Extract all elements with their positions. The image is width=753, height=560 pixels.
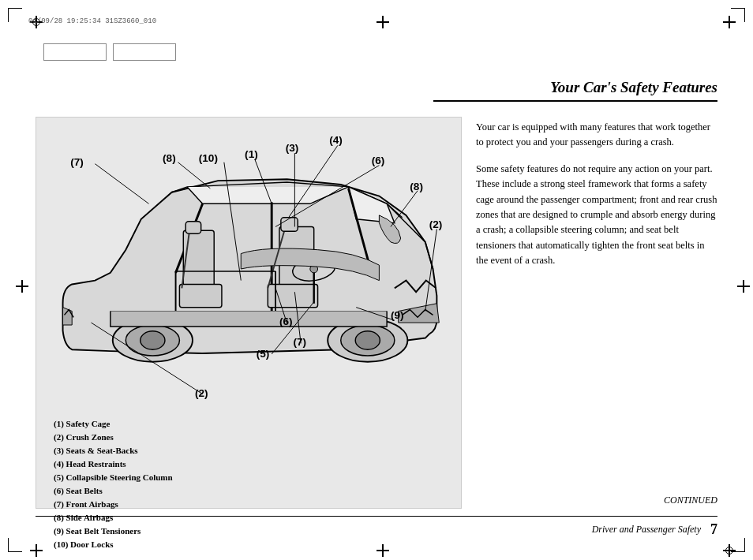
legend-item-3: (3) Seats & Seat-Backs — [54, 444, 451, 457]
header-boxes — [43, 43, 176, 61]
footer-section-text: Driver and Passenger Safety — [592, 524, 701, 536]
svg-rect-12 — [179, 284, 222, 307]
svg-text:(8): (8) — [163, 152, 176, 164]
page-title: Your Car's Safety Features — [433, 79, 717, 102]
body-paragraph-2: Some safety features do not require any … — [476, 162, 717, 269]
header-box-2 — [113, 43, 176, 61]
svg-text:(7): (7) — [293, 336, 306, 348]
corner-mark-bl — [8, 538, 22, 552]
svg-text:(3): (3) — [286, 142, 299, 154]
svg-line-24 — [95, 164, 148, 204]
continued-label: CONTINUED — [664, 495, 717, 506]
legend-item-7: (7) Front Airbags — [54, 498, 451, 511]
svg-text:(7): (7) — [70, 156, 84, 168]
svg-point-2 — [355, 331, 380, 349]
svg-text:(8): (8) — [410, 181, 423, 192]
text-column: Your car is equipped with many features … — [476, 117, 717, 509]
main-content: (7) (8) (10) (1) (3) (4) — [36, 117, 717, 509]
footer-page-number: 7 — [710, 521, 717, 538]
svg-point-5 — [140, 331, 165, 349]
svg-text:(5): (5) — [257, 348, 270, 360]
legend-item-1: (1) Safety Cage — [54, 417, 451, 431]
corner-mark-tl — [8, 8, 22, 22]
diagram-container: (7) (8) (10) (1) (3) (4) — [36, 117, 462, 509]
legend-item-5: (5) Collapsible Steering Column — [54, 471, 451, 484]
body-paragraph-1: Your car is equipped with many features … — [476, 120, 717, 151]
svg-text:(6): (6) — [279, 315, 293, 327]
metadata-text: 01/09/28 19:25:34 31SZ3660_010 — [28, 17, 156, 25]
legend-item-2: (2) Crush Zones — [54, 431, 451, 444]
svg-rect-21 — [281, 218, 298, 232]
legend-item-10: (10) Door Locks — [54, 538, 451, 551]
svg-text:(10): (10) — [199, 152, 218, 164]
legend-item-4: (4) Head Restraints — [54, 457, 451, 471]
car-diagram: (7) (8) (10) (1) (3) (4) — [46, 127, 451, 411]
header-box-1 — [43, 43, 107, 61]
svg-rect-22 — [185, 222, 200, 234]
svg-text:(6): (6) — [372, 155, 385, 166]
svg-text:(2): (2) — [429, 218, 443, 230]
footer: Driver and Passenger Safety 7 — [36, 516, 717, 538]
svg-line-26 — [178, 162, 210, 189]
legend-item-6: (6) Seat Belts — [54, 484, 451, 498]
svg-text:(1): (1) — [245, 148, 258, 160]
svg-text:(4): (4) — [329, 134, 343, 146]
